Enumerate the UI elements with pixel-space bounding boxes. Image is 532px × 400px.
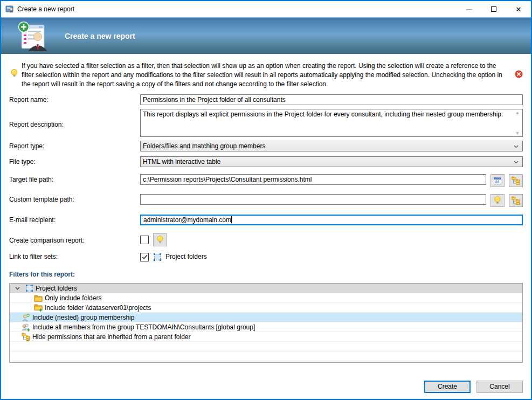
titlebar: Create a new report ✕ (1, 1, 531, 17)
custom-template-path-row: Custom template path: (9, 194, 523, 207)
tree-item-label: Include folder \\dataserver01\projects (45, 304, 151, 312)
tree-item-include-folder[interactable]: Include folder \\dataserver01\projects (10, 303, 522, 313)
user-add-icon (21, 313, 31, 322)
comparison-hint-button[interactable] (153, 233, 167, 246)
report-description-row: Report description: This report displays… (9, 109, 523, 137)
tree-item-nested-group-membership[interactable]: Include (nested) group membership (10, 313, 522, 322)
selection-icon (153, 253, 162, 261)
report-type-select[interactable]: Folders/files and matching group members (140, 141, 523, 151)
custom-template-path-input[interactable] (140, 194, 486, 205)
file-type-value: HTML with interactive table (143, 158, 220, 165)
textarea-scrollbar[interactable]: ▲ ▼ (513, 110, 522, 136)
dialog-footer: Create Cancel (1, 374, 531, 399)
scroll-down-icon[interactable]: ▼ (515, 130, 520, 136)
info-text: If you have selected a filter selection … (22, 61, 515, 89)
template-hint-button[interactable] (490, 194, 505, 207)
maximize-button[interactable] (481, 1, 506, 17)
tree-empty-row (10, 342, 522, 351)
tree-item-project-folders[interactable]: Project folders (10, 284, 522, 293)
email-recipient-input[interactable]: administrator@mydomain.com (140, 215, 523, 225)
report-type-value: Folders/files and matching group members (143, 142, 265, 150)
browse-template-path-button[interactable] (509, 194, 523, 207)
report-type-row: Report type: Folders/files and matching … (9, 141, 523, 151)
create-comparison-checkbox[interactable] (140, 236, 149, 244)
folder-tree-icon (512, 196, 520, 205)
tree-item-only-include-folders[interactable]: Only include folders (10, 293, 522, 303)
schedule-button[interactable]: 31 (490, 174, 505, 187)
email-recipient-label: E-mail recipient: (9, 215, 140, 224)
close-icon: ✕ (516, 5, 522, 13)
chevron-down-icon (514, 145, 519, 148)
report-description-text: This report displays all explicit permis… (143, 111, 503, 118)
create-button[interactable]: Create (424, 381, 471, 393)
minimize-icon (466, 9, 472, 10)
link-filter-sets-label: Link to filter sets: (9, 252, 140, 260)
folder-tree-icon (512, 176, 520, 185)
scroll-up-icon[interactable]: ▲ (515, 110, 520, 115)
text-caret (231, 216, 232, 223)
folder-add-icon (33, 304, 43, 312)
minimize-button[interactable] (457, 1, 481, 17)
custom-template-path-label: Custom template path: (9, 194, 140, 203)
checkmark-icon (142, 254, 148, 260)
tree-item-hide-inherited-permissions[interactable]: Hide permissions that are inherited from… (10, 332, 522, 342)
create-report-dialog: Create a new report ✕ (0, 0, 532, 400)
tree-item-include-all-members[interactable]: Include all members from the group TESTD… (10, 322, 522, 332)
dialog-content: If you have selected a filter selection … (1, 54, 531, 374)
report-name-input[interactable]: Permissions in the Project folder of all… (140, 94, 523, 105)
filters-section-title: Filters for this report: (9, 271, 523, 278)
target-file-path-label: Target file path: (9, 174, 140, 183)
tree-item-label: Include all members from the group TESTD… (32, 323, 255, 331)
svg-text:31: 31 (495, 179, 499, 184)
maximize-icon (491, 6, 496, 12)
filters-tree[interactable]: Project folders Only include folders (9, 283, 523, 363)
tree-item-label: Include (nested) group membership (32, 314, 134, 321)
chevron-down-icon (514, 161, 519, 164)
lightbulb-icon (156, 236, 164, 244)
link-filter-sets-checkbox[interactable] (140, 253, 149, 261)
dismiss-info-icon[interactable] (515, 70, 523, 78)
create-comparison-label: Create comparison report: (9, 233, 140, 244)
cancel-button[interactable]: Cancel (476, 381, 523, 393)
chevron-down-icon[interactable] (13, 287, 21, 290)
report-name-label: Report name: (9, 94, 140, 104)
linked-filter-set-name: Project folders (165, 252, 207, 261)
tree-item-label: Hide permissions that are inherited from… (32, 333, 190, 341)
app-icon (5, 5, 14, 13)
create-comparison-row: Create comparison report: (9, 233, 523, 246)
calendar-icon: 31 (493, 176, 502, 185)
folder-icon (33, 294, 43, 302)
target-file-path-input[interactable]: c:\Permission reports\Projects\Consultan… (140, 174, 486, 185)
banner-title: Create a new report (65, 32, 135, 40)
lightbulb-icon (10, 69, 18, 78)
folder-tree-inherit-icon (21, 333, 31, 341)
info-row: If you have selected a filter selection … (9, 61, 523, 89)
browse-target-path-button[interactable] (509, 174, 523, 187)
new-report-icon (17, 21, 51, 51)
lightbulb-icon (494, 196, 501, 205)
selection-icon (24, 284, 34, 292)
report-description-input[interactable]: This report displays all explicit permis… (140, 109, 523, 137)
link-filter-sets-row: Link to filter sets: Project (9, 252, 523, 261)
report-type-label: Report type: (9, 141, 140, 150)
banner: Create a new report (1, 17, 531, 54)
file-type-row: File type: HTML with interactive table (9, 156, 523, 167)
window-title: Create a new report (17, 5, 74, 13)
report-description-label: Report description: (9, 109, 140, 128)
report-name-row: Report name: Permissions in the Project … (9, 94, 523, 105)
tree-item-label: Only include folders (45, 294, 101, 302)
email-recipient-row: E-mail recipient: administrator@mydomain… (9, 215, 523, 225)
email-recipient-value: administrator@mydomain.com (143, 216, 231, 224)
tree-empty-row (10, 351, 522, 361)
group-add-icon (21, 323, 31, 332)
target-file-path-row: Target file path: c:\Permission reports\… (9, 174, 523, 187)
file-type-select[interactable]: HTML with interactive table (140, 156, 523, 167)
close-button[interactable]: ✕ (506, 1, 531, 17)
file-type-label: File type: (9, 156, 140, 165)
tree-item-label: Project folders (36, 285, 77, 292)
